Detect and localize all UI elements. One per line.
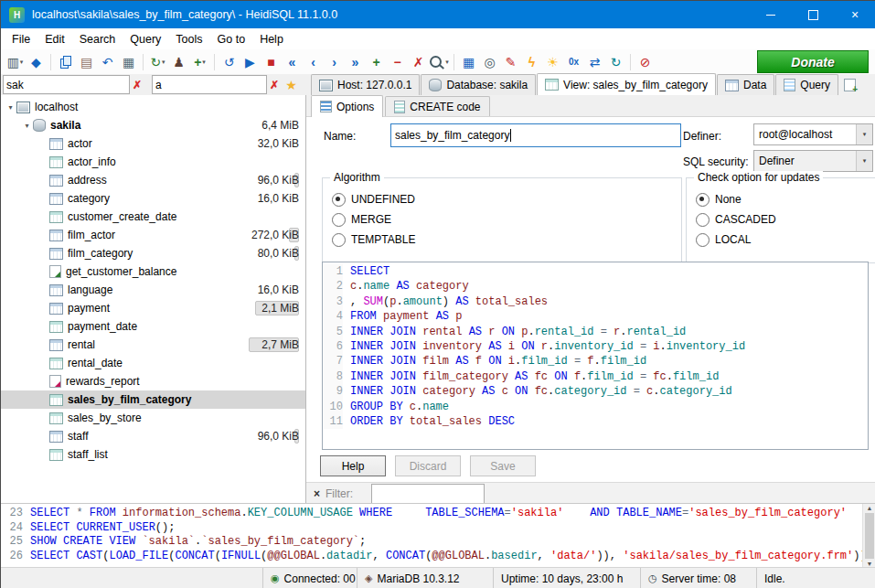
- help-button[interactable]: Help: [320, 455, 386, 476]
- delete-row-icon[interactable]: −: [387, 52, 408, 72]
- clear-table-filter-icon[interactable]: ✗: [133, 79, 142, 91]
- maximize-button[interactable]: [792, 1, 834, 28]
- close-filter-icon[interactable]: ×: [314, 487, 320, 500]
- tree-item-localhost[interactable]: ▾localhost: [1, 98, 305, 116]
- reconnect-icon[interactable]: ↺: [219, 52, 240, 72]
- minimize-button[interactable]: [750, 1, 792, 28]
- search-icon[interactable]: ▾: [429, 52, 450, 72]
- radio-undefined[interactable]: UNDEFINED: [332, 189, 681, 209]
- save-button[interactable]: Save: [470, 455, 536, 476]
- undo-icon[interactable]: ↶: [97, 52, 118, 72]
- abort-icon[interactable]: ⊘: [635, 52, 656, 72]
- find-text-icon[interactable]: ◎: [479, 52, 500, 72]
- status-text: Uptime: 10 days, 23:00 h: [501, 572, 623, 585]
- chevron-down-icon[interactable]: ▾: [856, 151, 872, 171]
- scrollbar-thumb[interactable]: [865, 513, 874, 559]
- add-user-icon[interactable]: ♟: [168, 52, 189, 72]
- expand-arrow[interactable]: ▾: [5, 103, 16, 112]
- scroll-down-icon[interactable]: ▼: [867, 561, 873, 567]
- previous-record-icon[interactable]: ‹: [303, 52, 324, 72]
- bulb-icon[interactable]: ☀: [542, 52, 563, 72]
- tree-item-rental-date[interactable]: rental_date: [1, 354, 305, 372]
- lightning-icon[interactable]: ϟ: [521, 52, 542, 72]
- hex-icon[interactable]: 0x: [563, 52, 584, 72]
- radio-local[interactable]: LOCAL: [696, 230, 875, 250]
- tree-item-actor-info[interactable]: actor_info: [1, 153, 305, 171]
- new-window-icon[interactable]: ◆: [26, 52, 47, 72]
- tree-item-film-category[interactable]: film_category80,0 KiB: [1, 244, 305, 262]
- tree-item-rewards-report[interactable]: rewards_report: [1, 372, 305, 390]
- radio-temptable[interactable]: TEMPTABLE: [332, 230, 681, 250]
- view-sql-editor[interactable]: 1SELECT2c.name AS category3, SUM(p.amoun…: [322, 262, 869, 450]
- export-icon[interactable]: ⇄: [584, 52, 605, 72]
- sql-security-select[interactable]: Definer ▾: [753, 150, 873, 172]
- menu-go-to[interactable]: Go to: [210, 30, 253, 48]
- tree-item-rental[interactable]: rental2,7 MiB: [1, 336, 305, 354]
- scroll-up-icon[interactable]: ▲: [867, 505, 873, 511]
- radio-none[interactable]: None: [696, 189, 875, 209]
- tab-create-code[interactable]: CREATE code: [385, 96, 489, 116]
- tree-item-sales-by-store[interactable]: sales_by_store: [1, 409, 305, 427]
- last-record-icon[interactable]: »: [345, 52, 366, 72]
- name-input[interactable]: sales_by_film_category: [390, 123, 681, 147]
- tab-view-sales-by-film-category[interactable]: View: sales_by_film_category: [537, 73, 716, 95]
- paste-icon[interactable]: ▤: [76, 52, 97, 72]
- menu-help[interactable]: Help: [252, 30, 291, 48]
- expand-arrow[interactable]: ▾: [21, 122, 33, 130]
- chevron-down-icon[interactable]: ▾: [856, 124, 872, 144]
- tree-item-sakila[interactable]: ▾sakila6,4 MiB: [1, 116, 305, 134]
- tree-item-staff-list[interactable]: staff_list: [1, 445, 305, 464]
- menu-edit[interactable]: Edit: [37, 30, 72, 48]
- tab-options[interactable]: Options: [311, 95, 383, 117]
- stop-icon[interactable]: ■: [261, 52, 282, 72]
- tree-item-actor[interactable]: actor32,0 KiB: [1, 134, 305, 153]
- server-icon: [319, 80, 333, 91]
- menu-query[interactable]: Query: [123, 30, 168, 48]
- first-record-icon[interactable]: «: [282, 52, 303, 72]
- favorites-star-icon[interactable]: ★: [285, 78, 297, 92]
- tree-item-category[interactable]: category16,0 KiB: [1, 189, 305, 208]
- tree-item-language[interactable]: language16,0 KiB: [1, 281, 305, 299]
- tree-item-address[interactable]: address96,0 KiB: [1, 171, 305, 189]
- donate-button[interactable]: Donate: [757, 50, 869, 73]
- tree-item-payment-date[interactable]: payment_date: [1, 317, 305, 336]
- tree-item-sales-by-film-category[interactable]: sales_by_film_category: [1, 390, 305, 409]
- radio-merge[interactable]: MERGE: [332, 209, 681, 230]
- data-grid-icon[interactable]: ▦: [458, 52, 479, 72]
- next-record-icon[interactable]: ›: [324, 52, 345, 72]
- copy-icon[interactable]: [55, 52, 76, 72]
- filter-input[interactable]: [371, 484, 485, 504]
- radio-cascaded[interactable]: CASCADED: [696, 209, 875, 230]
- print-icon[interactable]: ▦: [118, 52, 139, 72]
- tree-item-payment[interactable]: payment2,1 MiB: [1, 299, 305, 317]
- create-new-icon[interactable]: +▾: [189, 52, 210, 72]
- new-query-tab-button[interactable]: [839, 75, 860, 95]
- log-scrollbar[interactable]: ▲ ▼: [862, 504, 875, 568]
- close-button[interactable]: ×: [834, 1, 875, 28]
- tree-item-customer-create-date[interactable]: customer_create_date: [1, 208, 305, 226]
- tree-item-get-customer-balance[interactable]: get_customer_balance: [1, 262, 305, 281]
- insert-row-icon[interactable]: +: [366, 52, 387, 72]
- data-filter-input[interactable]: [152, 75, 267, 94]
- menu-search[interactable]: Search: [72, 30, 123, 48]
- menu-file[interactable]: File: [5, 30, 37, 48]
- session-manager-icon[interactable]: ▥▾: [5, 52, 26, 72]
- tab-query[interactable]: Query: [775, 74, 838, 95]
- highlighter-icon[interactable]: ✎: [500, 52, 521, 72]
- size-cell: 96,0 KiB: [233, 429, 299, 444]
- refresh-icon[interactable]: ↻▾: [147, 52, 168, 72]
- execute-icon[interactable]: ▶: [240, 52, 261, 72]
- tab-host-127-0-0-1[interactable]: Host: 127.0.0.1: [311, 74, 420, 95]
- reload-icon[interactable]: ↻: [605, 52, 626, 72]
- tree-item-film-actor[interactable]: film_actor272,0 KiB: [1, 226, 305, 244]
- tree-item-staff[interactable]: staff96,0 KiB: [1, 427, 305, 445]
- table-filter-input[interactable]: [3, 75, 130, 94]
- tab-data[interactable]: Data: [717, 74, 774, 95]
- code-line: 10GROUP BY c.name: [323, 400, 868, 414]
- cancel-editing-icon[interactable]: ✗: [408, 52, 429, 72]
- discard-button[interactable]: Discard: [395, 455, 461, 476]
- menu-tools[interactable]: Tools: [168, 30, 209, 48]
- clear-data-filter-icon[interactable]: ✗: [270, 79, 279, 91]
- tab-database-sakila[interactable]: Database: sakila: [421, 74, 536, 95]
- definer-select[interactable]: root@localhost ▾: [753, 123, 873, 145]
